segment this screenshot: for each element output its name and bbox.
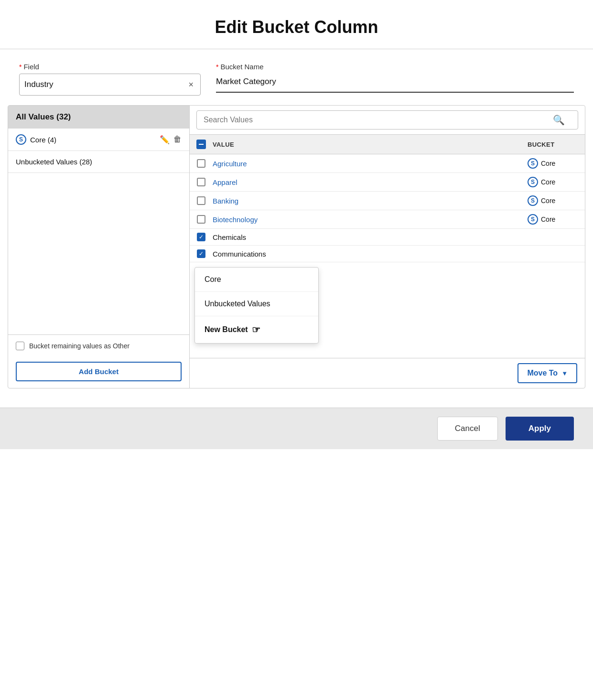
row-value-chemicals[interactable]: Chemicals bbox=[213, 233, 528, 241]
bucket-item-core[interactable]: S Core (4) ✏️ 🗑 bbox=[8, 129, 189, 151]
dropdown-item-core[interactable]: Core bbox=[195, 268, 318, 292]
required-star: * bbox=[19, 63, 22, 71]
move-to-label: Move To bbox=[527, 369, 558, 377]
clear-icon[interactable]: × bbox=[186, 79, 195, 91]
bucket-name-input[interactable] bbox=[216, 77, 574, 86]
table-spacer: Core Unbucketed Values New Bucket ☞ bbox=[190, 262, 585, 358]
dropdown-item-unbucketed[interactable]: Unbucketed Values bbox=[195, 292, 318, 316]
bucket-icon-biotechnology: S bbox=[528, 214, 538, 225]
table-row: Apparel S Core bbox=[190, 173, 585, 192]
row-checkbox-cell[interactable] bbox=[190, 159, 213, 168]
bucket-name-label-text: Bucket Name bbox=[220, 63, 263, 71]
page-header: Edit Bucket Column bbox=[0, 0, 593, 49]
row-checkbox-banking[interactable] bbox=[197, 196, 205, 205]
bucket-icon-agriculture: S bbox=[528, 158, 538, 169]
form-fields: * Field × * Bucket Name bbox=[0, 49, 593, 105]
bottom-bar: Move To ▼ bbox=[190, 358, 585, 388]
move-to-button[interactable]: Move To ▼ bbox=[518, 363, 577, 383]
row-checkbox-cell[interactable] bbox=[190, 233, 213, 241]
field-group: * Field × bbox=[19, 63, 201, 96]
dropdown-item-new-bucket[interactable]: New Bucket ☞ bbox=[195, 316, 318, 343]
table-row: Communications bbox=[190, 246, 585, 262]
bucket-icon-apparel: S bbox=[528, 177, 538, 187]
row-value-communications[interactable]: Communications bbox=[213, 250, 528, 258]
delete-icon[interactable]: 🗑 bbox=[173, 135, 182, 144]
bucket-label-banking: Core bbox=[541, 197, 555, 205]
main-content: All Values (32) S Core (4) ✏️ 🗑 Unbucket… bbox=[8, 105, 585, 388]
page-title: Edit Bucket Column bbox=[0, 17, 593, 37]
chevron-down-icon: ▼ bbox=[561, 370, 568, 377]
bucket-name-core: Core (4) bbox=[30, 136, 156, 144]
col-header-bucket: BUCKET bbox=[528, 141, 585, 148]
table-row: Agriculture S Core bbox=[190, 154, 585, 173]
all-values-header: All Values (32) bbox=[8, 106, 189, 129]
row-checkbox-agriculture[interactable] bbox=[197, 159, 205, 168]
row-value-biotechnology[interactable]: Biotechnology bbox=[213, 215, 528, 224]
bucket-other-wrap: Bucket remaining values as Other bbox=[8, 334, 189, 357]
row-bucket-apparel: S Core bbox=[528, 177, 585, 187]
required-star-bucket: * bbox=[216, 63, 218, 71]
add-bucket-button[interactable]: Add Bucket bbox=[16, 362, 182, 381]
row-checkbox-cell[interactable] bbox=[190, 215, 213, 224]
search-input[interactable] bbox=[196, 110, 578, 129]
row-checkbox-cell[interactable] bbox=[190, 196, 213, 205]
row-value-agriculture[interactable]: Agriculture bbox=[213, 160, 528, 168]
row-checkbox-cell[interactable] bbox=[190, 178, 213, 186]
footer: Cancel Apply bbox=[0, 408, 593, 449]
search-wrap: 🔍 bbox=[196, 110, 578, 129]
field-input[interactable] bbox=[24, 80, 186, 89]
row-value-banking[interactable]: Banking bbox=[213, 197, 528, 205]
field-label: * Field bbox=[19, 63, 201, 71]
unbucketed-label: Unbucketed Values (28) bbox=[16, 158, 92, 166]
right-panel: 🔍 VALUE BUCKET Agriculture S Core bbox=[190, 106, 585, 388]
bucket-label-apparel: Core bbox=[541, 178, 555, 186]
header-checkbox-cell[interactable] bbox=[190, 140, 213, 149]
left-panel: All Values (32) S Core (4) ✏️ 🗑 Unbucket… bbox=[8, 106, 190, 388]
row-checkbox-cell[interactable] bbox=[190, 249, 213, 258]
search-bar: 🔍 bbox=[190, 106, 585, 135]
unbucketed-item[interactable]: Unbucketed Values (28) bbox=[8, 151, 189, 173]
row-value-apparel[interactable]: Apparel bbox=[213, 178, 528, 186]
new-bucket-label: New Bucket bbox=[205, 325, 248, 334]
table-header: VALUE BUCKET bbox=[190, 135, 585, 154]
row-bucket-biotechnology: S Core bbox=[528, 214, 585, 225]
minus-checkbox[interactable] bbox=[196, 140, 206, 149]
apply-button[interactable]: Apply bbox=[506, 417, 574, 441]
table-body: Agriculture S Core Apparel S Core bbox=[190, 154, 585, 262]
row-checkbox-communications[interactable] bbox=[197, 249, 205, 258]
row-checkbox-biotechnology[interactable] bbox=[197, 215, 205, 224]
left-spacer bbox=[8, 173, 189, 334]
bucket-other-label: Bucket remaining values as Other bbox=[29, 342, 129, 350]
bucket-icon-core: S bbox=[16, 134, 26, 145]
bucket-name-group: * Bucket Name bbox=[216, 63, 574, 96]
table-row: Chemicals bbox=[190, 229, 585, 246]
cancel-button[interactable]: Cancel bbox=[437, 417, 498, 441]
table-row: Biotechnology S Core bbox=[190, 210, 585, 229]
cursor-icon: ☞ bbox=[252, 324, 260, 335]
row-checkbox-chemicals[interactable] bbox=[197, 233, 205, 241]
row-checkbox-apparel[interactable] bbox=[197, 178, 205, 186]
bucket-actions: ✏️ 🗑 bbox=[160, 135, 182, 145]
bucket-label-biotechnology: Core bbox=[541, 215, 555, 223]
move-to-container: Move To ▼ bbox=[518, 363, 577, 383]
bucket-other-checkbox[interactable] bbox=[16, 342, 24, 350]
row-bucket-agriculture: S Core bbox=[528, 158, 585, 169]
bucket-label-agriculture: Core bbox=[541, 160, 555, 167]
bucket-name-label: * Bucket Name bbox=[216, 63, 574, 71]
row-bucket-banking: S Core bbox=[528, 195, 585, 206]
field-input-wrap: × bbox=[19, 74, 201, 96]
bucket-name-input-wrap bbox=[216, 74, 574, 93]
table-row: Banking S Core bbox=[190, 192, 585, 210]
bucket-icon-banking: S bbox=[528, 195, 538, 206]
field-label-text: Field bbox=[23, 63, 39, 71]
col-header-value: VALUE bbox=[213, 141, 528, 148]
move-to-dropdown: Core Unbucketed Values New Bucket ☞ bbox=[194, 267, 319, 344]
edit-icon[interactable]: ✏️ bbox=[160, 135, 170, 145]
